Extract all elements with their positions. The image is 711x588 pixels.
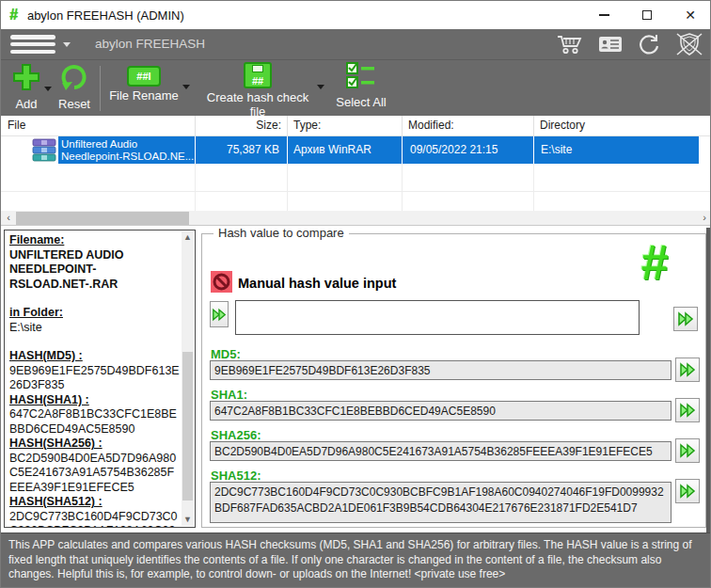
create-hash-check-file-button[interactable]: ## Create hash check file <box>200 62 315 119</box>
column-directory[interactable]: Directory <box>540 119 585 132</box>
column-size[interactable]: Size: <box>195 119 281 132</box>
app-hash-icon: # <box>9 7 18 24</box>
app-name-label: abylon FREEHASH <box>95 37 205 51</box>
hash-sha1-label: HASH(SHA1) : <box>9 393 181 408</box>
copy-sha512-button[interactable] <box>675 479 700 503</box>
toolbar: Add Reset ##I File Rename ## Create hash… <box>1 59 711 116</box>
file-list-header: File Size: Type: Modified: Directory <box>1 116 711 136</box>
file-size: 75,387 KB <box>195 143 279 156</box>
sha256-value-box[interactable]: BC2D590B4D0EA5D7D96A980C5E241673A91A5754… <box>210 441 672 461</box>
toolbar-separator <box>100 66 101 111</box>
main-menu-button[interactable] <box>10 35 55 54</box>
apply-manual-hash-button[interactable] <box>210 301 229 327</box>
folder-value: E:\site <box>9 321 181 336</box>
close-icon: ✕ <box>685 8 696 22</box>
double-chevron-icon <box>677 311 694 326</box>
reset-icon <box>59 62 89 92</box>
select-all-button[interactable]: Select All <box>332 62 390 109</box>
hash-logo-icon: # <box>640 234 668 291</box>
file-rename-icon: ##I <box>127 66 161 87</box>
menu-dropdown-arrow-icon[interactable] <box>63 42 71 47</box>
md5-label: MD5: <box>211 347 241 361</box>
window-right-edge <box>706 228 711 532</box>
manual-hash-input[interactable] <box>235 300 640 335</box>
sha256-label: SHA256: <box>211 428 261 442</box>
hash-sha512-label: HASH(SHA512) : <box>9 495 181 510</box>
select-all-icon <box>346 62 376 90</box>
shop-cart-button[interactable] <box>556 33 584 56</box>
scroll-up-arrow-icon[interactable]: ▲ <box>182 231 194 244</box>
sha1-value-box[interactable]: 647C2A8F8B1BC33CFC1E8BEBBD6CED49AC5E8590 <box>210 401 672 421</box>
maximize-icon <box>642 10 652 20</box>
file-name: Unfiltered Audio Needlepoint-RSLOAD.NE..… <box>61 138 194 162</box>
sha512-value-box[interactable]: 2DC9C773BC160D4F9CD73C0C930BCBFC9B1AF198… <box>210 482 672 523</box>
double-chevron-icon <box>679 443 696 458</box>
minimize-icon <box>599 14 609 16</box>
close-button[interactable]: ✕ <box>669 1 711 29</box>
hash-sha512-value: 2DC9C773BC160D4F9CD73C0C930BCBFC9B1AF198… <box>9 510 181 529</box>
no-manual-input-icon <box>211 271 232 293</box>
create-hash-label: Create hash check file <box>200 90 315 119</box>
plus-icon <box>11 62 41 92</box>
status-bar: This APP calculates and compares various… <box>1 532 711 588</box>
cart-icon <box>556 33 584 56</box>
scroll-down-arrow-icon[interactable]: ▼ <box>182 514 194 526</box>
copy-sha1-button[interactable] <box>675 398 700 422</box>
vertical-scrollbar[interactable]: ▲ ▼ <box>182 231 194 526</box>
crossed-shield-icon <box>674 32 704 56</box>
copy-sha256-button[interactable] <box>675 438 700 463</box>
hash-md5-label: HASH(MD5) : <box>9 349 181 364</box>
horizontal-scrollbar[interactable]: ‹ › <box>1 211 711 226</box>
file-rename-button[interactable]: ##I File Rename <box>107 62 181 103</box>
file-modified: 09/05/2022 21:15 <box>410 143 498 156</box>
titlebar: # abylon FREEHASH (ADMIN) ✕ <box>1 1 711 29</box>
add-button[interactable]: Add <box>5 62 48 111</box>
horizontal-scroll-thumb[interactable] <box>16 212 189 225</box>
column-file[interactable]: File <box>8 119 25 132</box>
file-rename-dropdown-arrow-icon[interactable] <box>182 85 190 89</box>
vertical-scroll-thumb[interactable] <box>182 352 193 501</box>
double-chevron-icon <box>212 308 227 322</box>
sha1-label: SHA1: <box>211 388 247 402</box>
maximize-button[interactable] <box>625 1 669 29</box>
copy-md5-button[interactable] <box>675 358 700 382</box>
menubar: abylon FREEHASH <box>1 29 711 59</box>
sha512-label: SHA512: <box>211 469 261 483</box>
add-label: Add <box>5 97 48 111</box>
double-chevron-icon <box>679 403 696 418</box>
compare-legend: Hash value to compare <box>213 226 349 240</box>
create-hash-dropdown-arrow-icon[interactable] <box>317 85 324 89</box>
window-title: abylon FREEHASH (ADMIN) <box>27 8 184 23</box>
compare-manual-hash-button[interactable] <box>673 307 698 331</box>
file-directory: E:\site <box>541 143 572 156</box>
hash-check-floppy-icon: ## <box>244 62 272 88</box>
hash-sha256-value: BC2D590B4D0EA5D7D96A980C5E241673A91A5754… <box>9 452 181 496</box>
minimize-button[interactable] <box>582 1 625 29</box>
contact-card-button[interactable] <box>597 34 624 55</box>
table-row[interactable]: Unfiltered Audio Needlepoint-RSLOAD.NE..… <box>1 136 711 164</box>
empty-rows-area <box>1 164 711 211</box>
folder-label: in Folder: <box>9 306 181 321</box>
refresh-button[interactable] <box>637 32 661 56</box>
add-dropdown-arrow-icon[interactable] <box>44 87 52 91</box>
status-text: This APP calculates and compares various… <box>8 538 692 580</box>
double-chevron-icon <box>679 484 696 499</box>
manual-input-label: Manual hash value input <box>238 276 396 291</box>
filename-value: UNFILTERED AUDIO NEEDLEPOINT-RSLOAD.NET-… <box>9 248 181 293</box>
offline-shield-button[interactable] <box>674 32 704 56</box>
contact-card-icon <box>597 34 624 55</box>
scroll-right-arrow-icon[interactable]: › <box>697 211 711 226</box>
hash-md5-value: 9EB969E1FE2575D49BDF613E26D3F835 <box>9 364 181 393</box>
select-all-label: Select All <box>332 95 390 109</box>
column-modified[interactable]: Modified: <box>408 119 454 132</box>
file-details-panel: Filename: UNFILTERED AUDIO NEEDLEPOINT-R… <box>4 230 196 528</box>
double-chevron-icon <box>679 362 696 377</box>
scroll-left-arrow-icon[interactable]: ‹ <box>1 211 16 226</box>
hash-compare-panel: Hash value to compare # Manual hash valu… <box>201 233 706 528</box>
file-list: File Size: Type: Modified: Directory Unf… <box>1 116 711 211</box>
md5-value-box[interactable]: 9EB969E1FE2575D49BDF613E26D3F835 <box>210 360 672 380</box>
refresh-icon <box>637 32 661 56</box>
file-type: Архив WinRAR <box>293 143 371 156</box>
reset-button[interactable]: Reset <box>54 62 95 111</box>
column-type[interactable]: Type: <box>293 119 321 132</box>
